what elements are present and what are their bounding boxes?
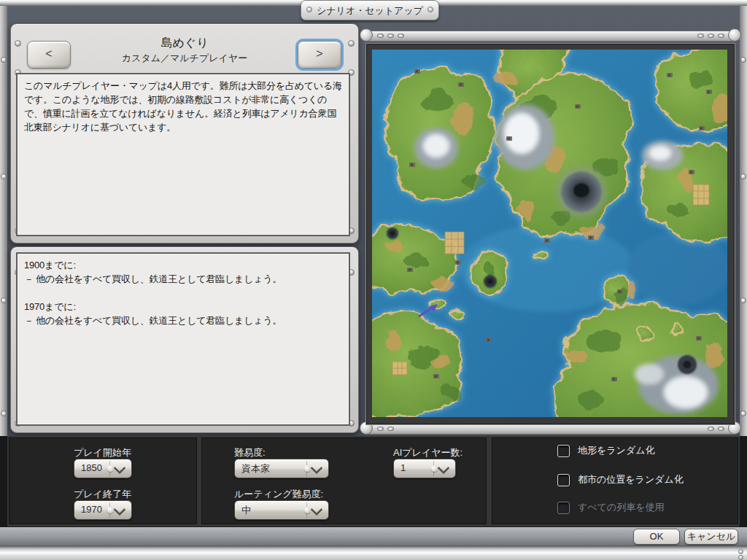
medallion-icon	[360, 28, 373, 42]
footer-bar: OK キャンセル	[0, 526, 747, 545]
end-year-label: プレイ終了年	[74, 488, 131, 501]
dropdown-knob-icon	[431, 465, 438, 472]
scenario-subtitle: カスタム／マルチプレイヤー	[77, 52, 293, 65]
rivet-icon	[387, 34, 394, 38]
rivet-icon	[387, 427, 394, 431]
scenario-title: 島めぐり	[77, 36, 293, 51]
rivet-icon	[377, 427, 384, 431]
end-year-dropdown[interactable]: 1970	[74, 500, 132, 520]
end-year-value: 1970	[81, 504, 102, 515]
chevron-down-icon	[438, 462, 450, 475]
randomize-cities-label: 都市の位置をランダム化	[578, 473, 684, 486]
use-all-trains-label: すべての列車を使用	[578, 501, 665, 514]
start-year-label: プレイ開始年	[74, 446, 131, 459]
scenario-description: このマルチプレイヤー・マップは4人用です。難所は大部分を占めている海です。このよ…	[16, 73, 350, 236]
dropdown-knob-icon	[304, 465, 311, 472]
map-preview-panel	[366, 44, 735, 424]
rivet-icon	[708, 427, 714, 431]
screw-icon	[738, 555, 743, 560]
next-scenario-button[interactable]: >	[298, 41, 341, 69]
routing-difficulty-value: 中	[241, 504, 251, 517]
chevron-down-icon	[311, 462, 323, 475]
rivet-icon	[398, 34, 404, 38]
screw-icon	[1, 57, 7, 63]
difficulty-label: 難易度:	[234, 446, 266, 459]
ai-players-label: AIプレイヤー数:	[393, 446, 462, 459]
screw-icon	[1, 298, 7, 303]
screw-icon	[1, 174, 7, 179]
ai-players-value: 1	[400, 462, 406, 473]
use-all-trains-checkbox	[557, 502, 570, 514]
scenario-info-panel: < > 島めぐり カスタム／マルチプレイヤー このマルチプレイヤー・マップは4人…	[10, 23, 359, 244]
scenario-goals-panel: 1900までに: － 他の会社をすべて買収し、鉄道王として君臨しましょう。 19…	[10, 246, 359, 433]
start-year-dropdown[interactable]: 1850	[74, 459, 132, 478]
scenario-setup-window: シナリオ・セットアップ < > 島めぐり カスタム／マルチプレイヤー このマルチ…	[0, 0, 747, 560]
routing-difficulty-dropdown[interactable]: 中	[234, 500, 329, 520]
use-all-trains-row: すべての列車を使用	[557, 501, 665, 514]
window-left-edge	[0, 6, 7, 436]
dropdown-knob-icon	[107, 507, 114, 513]
chevron-down-icon	[114, 462, 126, 475]
rivet-icon	[15, 40, 21, 47]
dropdown-knob-icon	[304, 507, 311, 513]
screw-icon	[740, 298, 746, 303]
randomize-cities-checkbox[interactable]	[557, 474, 570, 486]
rivet-icon	[348, 40, 355, 47]
start-year-value: 1850	[81, 462, 102, 473]
screw-icon	[740, 411, 746, 416]
map-preview-image	[372, 50, 727, 417]
randomize-terrain-checkbox[interactable]	[557, 445, 570, 457]
years-section: プレイ開始年 1850 プレイ終了年 1970	[9, 438, 197, 524]
ai-players-dropdown[interactable]: 1	[393, 459, 456, 478]
difficulty-dropdown[interactable]: 資本家	[234, 459, 329, 478]
dropdown-knob-icon	[107, 465, 114, 472]
randomize-terrain-label: 地形をランダム化	[578, 444, 655, 457]
chevron-down-icon	[311, 504, 323, 516]
routing-difficulty-label: ルーティング難易度:	[234, 488, 323, 501]
rivet-icon	[718, 34, 724, 38]
rivet-icon	[697, 34, 704, 38]
rivet-icon	[377, 34, 384, 38]
setup-controls-bar: プレイ開始年 1850 プレイ終了年 1970 難易度: 資本家	[7, 436, 740, 526]
window-title: シナリオ・セットアップ	[301, 4, 438, 18]
difficulty-section: 難易度: 資本家 ルーティング難易度: 中 AIプレイヤー数: 1	[201, 438, 487, 524]
ok-button[interactable]: OK	[633, 529, 680, 545]
scenario-goals: 1900までに: － 他の会社をすべて買収し、鉄道王として君臨しましょう。 19…	[16, 252, 350, 426]
rivet-icon	[718, 427, 724, 431]
screw-icon	[738, 549, 743, 554]
randomize-terrain-row[interactable]: 地形をランダム化	[557, 444, 655, 457]
chevron-down-icon	[114, 504, 126, 516]
window-right-edge	[740, 6, 747, 436]
medallion-icon	[728, 28, 741, 42]
map-frame-bottom-bar	[363, 424, 738, 435]
options-section: 地形をランダム化 都市の位置をランダム化 すべての列車を使用	[492, 438, 738, 524]
title-tab: シナリオ・セットアップ	[301, 0, 439, 20]
screw-icon	[740, 174, 746, 179]
screw-icon	[740, 57, 746, 63]
cancel-button[interactable]: キャンセル	[684, 529, 738, 545]
difficulty-value: 資本家	[241, 462, 270, 475]
randomize-cities-row[interactable]: 都市の位置をランダム化	[557, 473, 684, 486]
screw-icon	[1, 411, 7, 416]
prev-scenario-button[interactable]: <	[27, 41, 71, 69]
map-frame-top-bar	[363, 31, 738, 42]
window-bottom-edge	[0, 545, 747, 560]
rivet-icon	[708, 34, 714, 38]
